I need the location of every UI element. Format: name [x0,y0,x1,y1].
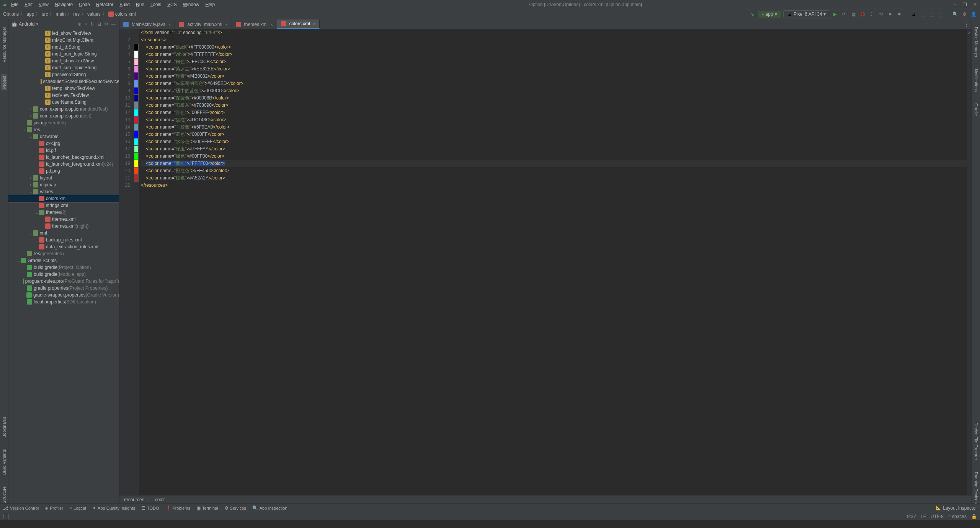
rail-structure[interactable]: Structure [2,486,7,504]
gear-icon[interactable]: ⚙ [104,21,108,27]
tree-item[interactable]: fscheduler:ScheduledExecutorService [8,78,119,85]
rail-gradle[interactable]: Gradle [974,103,978,116]
tree-item[interactable]: ⌄values [8,188,119,195]
sidebar-mode[interactable]: Android [19,21,34,27]
tree-item[interactable]: gradle-wrapper.properties (Gradle Versio… [8,292,119,298]
tab-activity_main.xml[interactable]: activity_main.xml× [175,20,232,29]
menu-run[interactable]: Run [133,1,147,8]
tree-item[interactable]: fmqtt_pub_topic:String [8,51,119,57]
tree-item[interactable]: ›com.example.option (test) [8,112,119,119]
struct-icon[interactable]: ⬚ [938,11,944,18]
color-swatch[interactable] [134,102,139,109]
tree-item[interactable]: themes.xml (night) [8,223,119,230]
close-icon[interactable]: ✕ [973,2,977,7]
minimize-icon[interactable]: ─ [953,2,957,7]
tree-item[interactable]: ic_launcher_background.xml [8,154,119,161]
menu-build[interactable]: Build [116,1,133,8]
tree-item[interactable]: gradle.properties (Project Properties) [8,285,119,292]
bottom-version-control[interactable]: ⎇ Version Control [3,505,39,511]
tree-item[interactable]: fpassWord:String [8,71,119,78]
menu-window[interactable]: Window [180,1,203,8]
settings-icon[interactable]: ⚙ [961,11,968,18]
rail-device-manager[interactable]: Device Manager [974,27,978,57]
tab-close-icon[interactable]: × [313,22,315,26]
sync-icon[interactable]: ⬚ [928,11,935,18]
menu-view[interactable]: View [36,1,52,8]
rail-device-explorer[interactable]: Device File Explorer [974,422,978,460]
bottom-services[interactable]: ⚙ Services [224,505,246,511]
color-swatch[interactable] [134,145,139,153]
tree-item[interactable]: strings.xml [8,202,119,209]
tree-item[interactable]: build.gradle (Project: Option) [8,264,119,271]
tree-item[interactable]: ›com.example.option (androidTest) [8,106,119,112]
tree-item[interactable]: fmqtt_show:TextView [8,57,119,64]
tab-themes.xml[interactable]: themes.xml× [232,20,277,29]
tree-item[interactable]: cxk.jpg [8,140,119,147]
menu-file[interactable]: File [8,1,21,8]
breadcrumb-item[interactable]: Options [3,11,19,17]
bottom-profiler[interactable]: ◈ Profiler [45,505,63,511]
tab-MainActivity.java[interactable]: MainActivity.java× [119,20,175,29]
rail-bookmarks[interactable]: Bookmarks [2,417,7,438]
tree-item[interactable]: ⌄drawable [8,133,119,140]
menu-navigate[interactable]: Navigate [52,1,76,8]
dropdown-icon[interactable]: ▾ [36,21,38,27]
tree-item[interactable]: proguard-rules.pro (ProGuard Rules for "… [8,278,119,285]
stop-icon[interactable]: ■ [887,11,893,18]
debug-icon[interactable]: ⟳ [841,11,848,18]
color-swatch[interactable] [134,174,139,182]
breadcrumb[interactable]: Options〉app〉src〉main〉res〉values〉colors.x… [3,11,136,17]
tree-item[interactable]: res (generated) [8,250,119,257]
menu-vcs[interactable]: VCS [164,1,180,8]
collapse-icon[interactable]: ⊟ [97,21,101,27]
file-encoding[interactable]: UTF-8 [931,514,944,519]
breadcrumb-item[interactable]: main [56,11,65,17]
bottom-todo[interactable]: ☰ TODO [141,505,159,511]
tab-close-icon[interactable]: × [168,23,171,27]
breadcrumb-item[interactable]: colors.xml [115,11,136,17]
color-swatch[interactable] [134,138,139,145]
rail-build-variants[interactable]: Build Variants [2,449,7,475]
device-selector[interactable]: 📱 Pixel 6 API 34 ▾ [783,10,829,18]
status-indicator-icon[interactable] [3,514,8,519]
tree-item[interactable]: build.gradle (Module :app) [8,271,119,278]
menu-edit[interactable]: Edit [21,1,36,8]
more-icon[interactable]: ⟲ [877,11,884,18]
stop2-icon[interactable]: ■ [896,11,903,18]
build-icon[interactable]: ↘ [749,11,756,18]
bottom-app-quality-insights[interactable]: ✦ App Quality Insights [92,505,135,511]
tree-item[interactable]: pd.png [8,168,119,174]
color-swatch[interactable] [134,58,139,65]
maximize-icon[interactable]: ❐ [963,2,967,7]
tab-colors.xml[interactable]: colors.xml× [277,20,320,29]
rail-project[interactable]: Project [1,74,7,90]
rail-notifications[interactable]: Notifications [974,69,978,92]
tree-item[interactable]: fmMqClint:MqttClient [8,37,119,44]
rail-resource-manager[interactable]: Resource Manager [2,27,7,63]
bottom-terminal[interactable]: ▣ Terminal [196,505,218,511]
attach-icon[interactable]: ⤴ [868,11,875,18]
color-swatch[interactable] [134,80,139,87]
bottom-app-inspection[interactable]: 🔍 App Inspection [252,505,287,511]
readonly-icon[interactable]: 🔓 [971,514,977,519]
tree-item[interactable]: ⌄res [8,126,119,133]
tree-item[interactable]: fuserName:String [8,99,119,106]
tree-item[interactable]: fmqtt_id:String [8,44,119,51]
tree-item[interactable]: local.properties (SDK Location) [8,298,119,305]
editor-breadcrumb[interactable]: resources〉color [119,495,972,504]
color-swatch[interactable] [134,160,139,167]
tree-item[interactable]: fmqtt_sub_topic:String [8,64,119,71]
filter-icon[interactable]: ⇅ [90,21,94,27]
menu-help[interactable]: Help [202,1,218,8]
run-icon[interactable]: ▶ [831,11,838,18]
color-swatch[interactable] [134,167,139,174]
tree-item[interactable]: ftemp_show:TextView [8,85,119,92]
tree-item[interactable]: colors.xml [8,195,119,202]
bottom-problems[interactable]: ❗ Problems [165,505,190,511]
color-swatch[interactable] [134,95,139,102]
tab-close-icon[interactable]: × [271,23,273,27]
bottom-logcat[interactable]: ≡ Logcat [69,505,86,511]
editor-minimap[interactable]: ✓ [967,29,972,495]
line-separator[interactable]: LF [921,514,926,519]
profile-icon[interactable]: 🐞 [859,11,866,18]
